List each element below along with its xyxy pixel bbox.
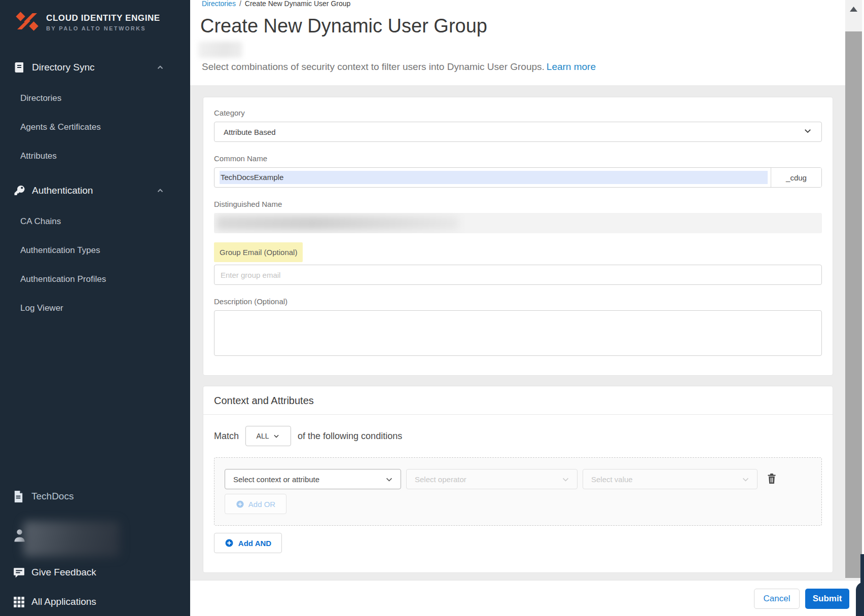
- value-select[interactable]: Select value: [583, 469, 758, 489]
- chevron-down-icon: [385, 475, 393, 484]
- match-value: ALL: [257, 432, 269, 440]
- description-textarea[interactable]: [214, 310, 822, 356]
- user-name-redacted[interactable]: [23, 521, 120, 557]
- breadcrumb-directories-link[interactable]: Directories: [202, 0, 236, 8]
- chevron-up-icon: [156, 63, 165, 72]
- sidebar-item-techdocs[interactable]: TechDocs: [0, 489, 190, 504]
- operator-select[interactable]: Select operator: [406, 469, 578, 489]
- background-window-edge: [860, 554, 864, 586]
- scroll-up-arrow-icon: [849, 6, 858, 12]
- match-prefix: Match: [214, 431, 239, 442]
- brand-title: CLOUD IDENTITY ENGINE: [46, 13, 160, 23]
- sidebar-item-authentication-types[interactable]: Authentication Types: [20, 245, 100, 256]
- sidebar-item-attributes[interactable]: Attributes: [20, 151, 57, 161]
- sidebar-item-label: All Applications: [31, 596, 96, 607]
- sidebar-item-authentication-profiles[interactable]: Authentication Profiles: [20, 274, 106, 284]
- document-icon: [13, 490, 25, 503]
- feedback-chat-icon: [13, 566, 25, 579]
- context-attributes-title: Context and Attributes: [203, 386, 833, 415]
- category-value: Attribute Based: [224, 128, 803, 136]
- common-name-value-selected: TechDocsExample: [220, 171, 768, 184]
- category-label: Category: [214, 108, 822, 117]
- chevron-down-icon: [273, 432, 280, 440]
- distinguished-name-redacted: [217, 216, 459, 230]
- add-or-button[interactable]: Add OR: [225, 494, 286, 514]
- screen-edge-sliver: [862, 0, 864, 616]
- operator-placeholder: Select operator: [415, 475, 561, 484]
- redacted-tenant-name: [198, 42, 242, 58]
- sidebar-section-label: Directory Sync: [32, 62, 95, 73]
- trash-icon: [767, 473, 777, 484]
- sidebar-item-label: TechDocs: [31, 491, 74, 502]
- book-icon: [13, 61, 25, 74]
- common-name-label: Common Name: [214, 154, 822, 163]
- page-subtitle: Select combinations of security context …: [202, 61, 596, 73]
- sidebar-item-all-applications[interactable]: All Applications: [0, 594, 190, 609]
- sidebar-item-label: Give Feedback: [31, 567, 96, 578]
- breadcrumb: Directories/Create New Dynamic User Grou…: [202, 0, 350, 8]
- add-and-button[interactable]: Add AND: [214, 533, 282, 553]
- description-label: Description (Optional): [214, 297, 822, 306]
- condition-group: Select context or attribute Select opera…: [214, 457, 822, 526]
- add-or-label: Add OR: [248, 500, 275, 509]
- distinguished-name-label: Distinguished Name: [214, 200, 822, 208]
- delete-condition-button[interactable]: [766, 473, 777, 485]
- context-attribute-placeholder: Select context or attribute: [233, 475, 385, 484]
- sidebar-item-log-viewer[interactable]: Log Viewer: [20, 303, 63, 313]
- learn-more-link[interactable]: Learn more: [547, 61, 596, 72]
- group-email-label-highlighted: Group Email (Optional): [214, 242, 303, 262]
- scrollbar-up-button[interactable]: [845, 0, 862, 30]
- sidebar-item-agents-certificates[interactable]: Agents & Certificates: [20, 122, 101, 132]
- sidebar-item-directories[interactable]: Directories: [20, 93, 61, 103]
- page-title: Create New Dynamic User Group: [200, 15, 487, 37]
- match-row: Match ALL of the following conditions: [214, 426, 822, 446]
- sidebar: CLOUD IDENTITY ENGINE BY PALO ALTO NETWO…: [0, 0, 190, 616]
- cancel-button[interactable]: Cancel: [754, 589, 800, 609]
- context-attribute-select[interactable]: Select context or attribute: [225, 469, 401, 489]
- submit-button[interactable]: Submit: [805, 589, 849, 609]
- sidebar-section-label: Authentication: [32, 185, 93, 196]
- chevron-up-icon: [156, 186, 165, 195]
- group-details-card: Category Attribute Based Common Name Tec…: [203, 97, 833, 376]
- value-placeholder: Select value: [591, 475, 741, 484]
- distinguished-name-field: [214, 213, 822, 233]
- add-and-label: Add AND: [238, 539, 271, 548]
- key-icon: [13, 185, 25, 197]
- group-email-input[interactable]: [214, 265, 822, 285]
- background-window-corner: [856, 582, 864, 616]
- brand-byline: BY PALO ALTO NETWORKS: [46, 25, 160, 31]
- common-name-input[interactable]: TechDocsExample _cdug: [214, 167, 822, 188]
- match-suffix: of the following conditions: [298, 431, 402, 442]
- match-select[interactable]: ALL: [245, 426, 291, 446]
- app-root: CLOUD IDENTITY ENGINE BY PALO ALTO NETWO…: [0, 0, 864, 616]
- apps-grid-icon: [13, 596, 25, 608]
- common-name-suffix: _cdug: [771, 168, 821, 187]
- chevron-down-icon: [741, 475, 750, 484]
- sidebar-section-authentication[interactable]: Authentication: [0, 183, 190, 198]
- brand-logo: CLOUD IDENTITY ENGINE BY PALO ALTO NETWO…: [15, 11, 160, 33]
- plus-circle-icon: [225, 538, 234, 548]
- sidebar-item-ca-chains[interactable]: CA Chains: [20, 216, 61, 227]
- context-attributes-card: Context and Attributes Match ALL of the …: [203, 386, 833, 573]
- category-select[interactable]: Attribute Based: [214, 122, 822, 142]
- scrollbar-thumb[interactable]: [845, 31, 862, 578]
- chevron-down-icon: [561, 475, 570, 484]
- chevron-down-icon: [803, 126, 812, 137]
- sidebar-section-directory-sync[interactable]: Directory Sync: [0, 60, 190, 75]
- sidebar-item-give-feedback[interactable]: Give Feedback: [0, 565, 190, 580]
- page-subtitle-text: Select combinations of security context …: [202, 61, 545, 72]
- plus-circle-icon: [236, 500, 244, 509]
- breadcrumb-current: Create New Dynamic User Group: [245, 0, 351, 8]
- breadcrumb-separator: /: [239, 0, 241, 8]
- brand-logo-icon: [15, 11, 39, 33]
